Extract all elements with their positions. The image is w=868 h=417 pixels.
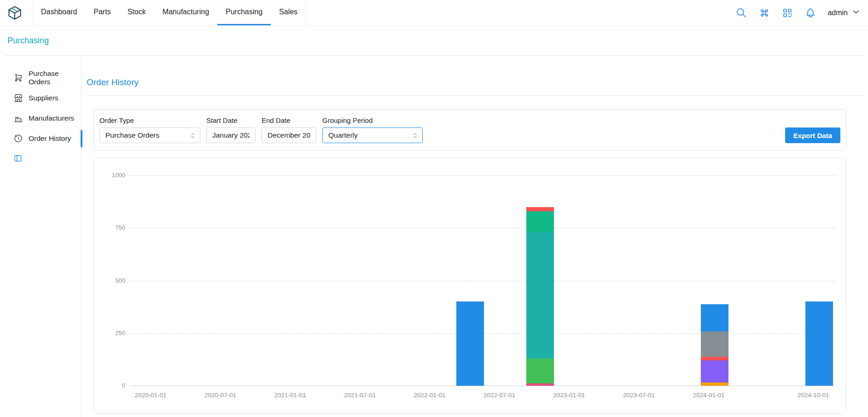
tab-parts[interactable]: Parts <box>85 0 119 25</box>
y-axis-tick-label: 0 <box>94 382 125 389</box>
nav-tabs: Dashboard Parts Stock Manufacturing Purc… <box>32 0 306 25</box>
tab-manufacturing[interactable]: Manufacturing <box>154 0 217 25</box>
sidebar-item-suppliers[interactable]: Suppliers <box>0 88 81 108</box>
sidebar-item-manufacturers[interactable]: Manufacturers <box>0 108 81 128</box>
y-axis-tick-label: 750 <box>94 224 125 231</box>
bar-segment <box>701 357 728 360</box>
start-date-input[interactable] <box>206 127 256 143</box>
x-axis-tick-label: 2022-01-01 <box>402 392 457 399</box>
sidebar-item-order-history[interactable]: Order History <box>0 128 81 149</box>
x-axis-tick-label: 2021-07-01 <box>332 392 388 399</box>
filter-panel: Order Type Purchase Orders Start Date En… <box>93 109 846 151</box>
tab-purchasing[interactable]: Purchasing <box>217 0 271 25</box>
end-date-input[interactable] <box>262 127 316 143</box>
page-header: Purchasing <box>5 26 863 56</box>
bar-segment <box>701 304 728 331</box>
history-clock-icon <box>14 134 23 143</box>
bar-segment <box>526 207 554 211</box>
chart-gridline <box>130 281 836 281</box>
x-axis-tick-label: 2024-01-01 <box>681 392 736 399</box>
x-axis-tick-label: 2020-01-01 <box>123 392 178 399</box>
bar-segment <box>526 232 554 358</box>
grouping-period-filter: Grouping Period Quarterly <box>322 116 423 143</box>
x-axis-tick-label: 2022-07-01 <box>472 392 527 399</box>
order-type-filter: Order Type Purchase Orders <box>99 116 200 143</box>
sidebar-item-label: Purchase Orders <box>29 70 81 86</box>
end-date-label: End Date <box>262 116 316 124</box>
chart-gridline <box>130 228 836 228</box>
x-axis-tick-label: 2020-07-01 <box>193 392 248 399</box>
y-axis-tick-label: 500 <box>94 277 125 284</box>
start-date-label: Start Date <box>206 116 256 124</box>
user-menu[interactable]: admin <box>827 7 861 18</box>
bar-segment <box>701 382 728 386</box>
start-date-filter: Start Date <box>206 116 256 143</box>
x-axis-tick-label: 2024-10-01 <box>786 392 841 399</box>
sidebar-item-purchase-orders[interactable]: Purchase Orders <box>0 68 81 88</box>
grouping-period-label: Grouping Period <box>322 116 423 124</box>
grouping-period-select[interactable]: Quarterly <box>322 127 423 143</box>
bar-segment <box>701 360 728 382</box>
selector-updown-icon <box>189 132 196 139</box>
main-panel: Order History Order Type Purchase Orders… <box>82 56 868 417</box>
chevron-down-icon <box>851 7 861 18</box>
app-root: Dashboard Parts Stock Manufacturing Purc… <box>0 0 868 417</box>
y-axis-tick-label: 250 <box>94 330 125 336</box>
bar-segment <box>456 301 484 386</box>
navbar-actions: admin <box>735 7 861 19</box>
page-title: Order History <box>87 77 868 87</box>
order-history-chart: 025050075010002020-01-012020-07-012021-0… <box>93 158 846 414</box>
building-store-icon <box>14 93 23 103</box>
x-axis-tick-label: 2023-01-01 <box>542 392 597 399</box>
tab-dashboard[interactable]: Dashboard <box>33 0 85 25</box>
shopping-cart-icon <box>14 73 23 82</box>
bar-segment <box>526 211 554 232</box>
app-logo-icon[interactable] <box>7 6 22 20</box>
bar-segment <box>805 301 833 386</box>
tab-sales[interactable]: Sales <box>271 0 306 25</box>
end-date-filter: End Date <box>262 116 316 143</box>
grouping-period-value: Quarterly <box>328 131 358 139</box>
bar-segment <box>701 331 728 357</box>
y-axis-tick-label: 1000 <box>94 172 125 179</box>
x-axis-tick-label: 2021-01-01 <box>262 392 318 399</box>
selector-updown-icon <box>412 132 419 139</box>
bar-segment <box>526 359 554 384</box>
order-type-value: Purchase Orders <box>105 131 159 139</box>
sidebar: Purchase Orders Suppliers Manufacturers … <box>0 56 82 417</box>
username-label: admin <box>827 9 848 17</box>
search-icon[interactable] <box>735 7 747 19</box>
chart-gridline <box>130 175 836 176</box>
breadcrumb[interactable]: Purchasing <box>5 36 49 46</box>
chart-gridline <box>130 386 836 386</box>
sidebar-item-label: Manufacturers <box>29 114 74 122</box>
sidebar-item-label: Suppliers <box>29 94 58 102</box>
title-divider <box>87 95 862 96</box>
tab-stock[interactable]: Stock <box>119 0 154 25</box>
top-navbar: Dashboard Parts Stock Manufacturing Purc… <box>0 0 868 26</box>
barcode-scan-icon[interactable] <box>781 7 793 19</box>
command-palette-icon[interactable] <box>758 7 770 19</box>
order-type-label: Order Type <box>99 116 200 124</box>
export-data-button[interactable]: Export Data <box>785 127 840 143</box>
collapse-sidebar-icon[interactable] <box>14 154 23 163</box>
bar-segment <box>526 383 554 386</box>
sidebar-item-label: Order History <box>29 134 71 143</box>
order-type-select[interactable]: Purchase Orders <box>99 127 200 143</box>
x-axis-tick-label: 2023-07-01 <box>612 392 667 399</box>
chart-canvas: 025050075010002020-01-012020-07-012021-0… <box>94 158 846 413</box>
building-factory-icon <box>14 114 23 123</box>
notifications-bell-icon[interactable] <box>804 7 816 19</box>
